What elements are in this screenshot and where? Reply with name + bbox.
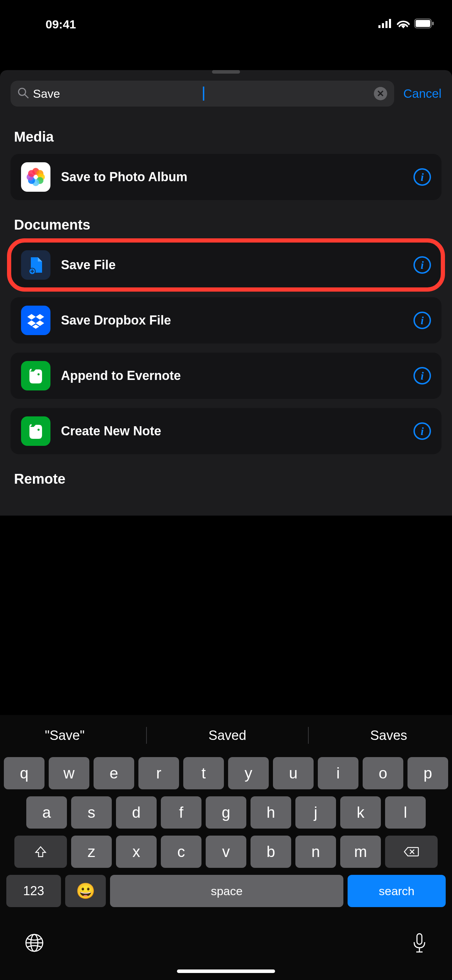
cellular-icon bbox=[379, 19, 392, 29]
sheet-grabber[interactable] bbox=[212, 70, 240, 73]
home-indicator[interactable] bbox=[177, 969, 275, 973]
dictation-icon[interactable] bbox=[411, 933, 428, 956]
action-item[interactable]: Append to Evernote bbox=[11, 353, 441, 399]
suggestion-bar: "Save" Saved Saves bbox=[0, 719, 452, 752]
key-r[interactable]: r bbox=[138, 757, 179, 789]
key-g[interactable]: g bbox=[206, 796, 246, 829]
dropbox-icon bbox=[21, 305, 51, 335]
emoji-key[interactable]: 😀 bbox=[65, 875, 106, 907]
cancel-button[interactable]: Cancel bbox=[403, 87, 441, 100]
suggestion-3[interactable]: Saves bbox=[370, 728, 407, 743]
key-v[interactable]: v bbox=[206, 835, 246, 868]
space-key[interactable]: space bbox=[110, 875, 344, 907]
key-j[interactable]: j bbox=[295, 796, 336, 829]
search-field[interactable]: Save ✕ bbox=[11, 81, 394, 107]
search-sheet: Save ✕ Cancel MediaSave to Photo AlbumDo… bbox=[0, 70, 452, 515]
action-label: Create New Note bbox=[61, 424, 403, 439]
search-row: Save ✕ Cancel bbox=[0, 78, 452, 117]
action-label: Save Dropbox File bbox=[61, 313, 403, 328]
section: MediaSave to Photo Album bbox=[11, 129, 441, 200]
shift-key[interactable] bbox=[14, 835, 67, 868]
svg-rect-3 bbox=[389, 19, 391, 28]
evernote-icon bbox=[21, 417, 51, 446]
section-title: Documents bbox=[11, 217, 441, 233]
search-icon bbox=[18, 87, 29, 100]
keyboard: "Save" Saved Saves qwertyuiopasdfghjklzx… bbox=[0, 715, 452, 980]
svg-rect-5 bbox=[415, 20, 430, 27]
numbers-key[interactable]: 123 bbox=[6, 875, 61, 907]
key-i[interactable]: i bbox=[318, 757, 358, 789]
status-time: 09:41 bbox=[46, 18, 76, 31]
key-c[interactable]: c bbox=[161, 835, 202, 868]
results-list: MediaSave to Photo AlbumDocumentsSave Fi… bbox=[0, 117, 452, 515]
svg-rect-2 bbox=[385, 21, 388, 28]
wifi-icon bbox=[396, 19, 410, 30]
key-p[interactable]: p bbox=[407, 757, 448, 789]
evernote-icon bbox=[21, 361, 51, 390]
photos-icon bbox=[21, 162, 51, 192]
section-title: Remote bbox=[11, 471, 441, 487]
section: DocumentsSave FileSave Dropbox FileAppen… bbox=[11, 217, 441, 454]
info-button[interactable] bbox=[414, 168, 431, 186]
key-o[interactable]: o bbox=[363, 757, 403, 789]
suggestion-2[interactable]: Saved bbox=[208, 728, 246, 743]
globe-icon[interactable] bbox=[24, 933, 44, 956]
svg-point-20 bbox=[38, 373, 40, 375]
action-item[interactable]: Save to Photo Album bbox=[11, 154, 441, 200]
key-f[interactable]: f bbox=[161, 796, 202, 829]
key-l[interactable]: l bbox=[385, 796, 426, 829]
search-input-value[interactable]: Save bbox=[33, 87, 203, 100]
key-m[interactable]: m bbox=[340, 835, 381, 868]
svg-rect-0 bbox=[379, 25, 380, 28]
action-label: Save to Photo Album bbox=[61, 170, 403, 185]
info-button[interactable] bbox=[414, 367, 431, 385]
key-z[interactable]: z bbox=[71, 835, 112, 868]
info-button[interactable] bbox=[414, 422, 431, 440]
clear-button[interactable]: ✕ bbox=[374, 87, 387, 100]
key-e[interactable]: e bbox=[94, 757, 134, 789]
keyboard-bottom-row bbox=[0, 919, 452, 963]
key-n[interactable]: n bbox=[295, 835, 336, 868]
svg-point-21 bbox=[38, 429, 40, 431]
key-h[interactable]: h bbox=[250, 796, 291, 829]
svg-rect-1 bbox=[382, 23, 384, 28]
battery-icon bbox=[414, 19, 434, 30]
key-k[interactable]: k bbox=[340, 796, 381, 829]
key-t[interactable]: t bbox=[183, 757, 224, 789]
info-button[interactable] bbox=[414, 312, 431, 329]
svg-rect-6 bbox=[432, 22, 434, 25]
key-x[interactable]: x bbox=[116, 835, 157, 868]
svg-point-16 bbox=[28, 170, 35, 177]
key-q[interactable]: q bbox=[4, 757, 45, 789]
key-b[interactable]: b bbox=[250, 835, 291, 868]
svg-line-8 bbox=[25, 95, 28, 98]
section-title: Media bbox=[11, 129, 441, 145]
status-icons bbox=[379, 19, 434, 30]
files-icon bbox=[21, 250, 51, 280]
action-item[interactable]: Save Dropbox File bbox=[11, 297, 441, 344]
svg-rect-27 bbox=[417, 934, 422, 944]
key-y[interactable]: y bbox=[228, 757, 269, 789]
key-w[interactable]: w bbox=[49, 757, 89, 789]
action-label: Append to Evernote bbox=[61, 368, 403, 383]
backspace-key[interactable] bbox=[385, 835, 438, 868]
key-d[interactable]: d bbox=[116, 796, 157, 829]
section: Remote bbox=[11, 471, 441, 487]
suggestion-1[interactable]: "Save" bbox=[45, 728, 85, 743]
status-bar: 09:41 bbox=[0, 0, 452, 42]
action-item[interactable]: Save File bbox=[11, 242, 441, 288]
action-item[interactable]: Create New Note bbox=[11, 408, 441, 454]
info-button[interactable] bbox=[414, 256, 431, 274]
key-s[interactable]: s bbox=[71, 796, 112, 829]
text-cursor bbox=[203, 87, 204, 100]
search-key[interactable]: search bbox=[348, 875, 446, 907]
key-a[interactable]: a bbox=[26, 796, 67, 829]
action-label: Save File bbox=[61, 258, 403, 272]
key-u[interactable]: u bbox=[273, 757, 314, 789]
